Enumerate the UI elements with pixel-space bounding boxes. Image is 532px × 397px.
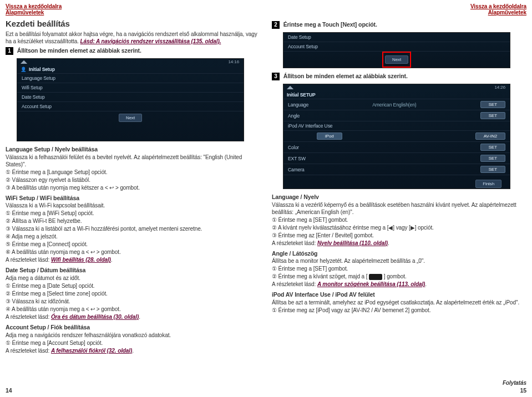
lang-li3: ③ A beállítás után nyomja meg kétszer a … [6,184,260,191]
header-links-right: Vissza a kezdőoldalra Alapműveletek [272,3,526,16]
page-right: Vissza a kezdőoldalra Alapműveletek 2 Ér… [266,0,532,397]
r-lang-h: Language / Nyelv [272,194,526,201]
ss3-avin2-btn[interactable]: AV-IN2 [475,133,505,140]
screenshot-1: ◢◣14:16 👤Initial Setup Language Setup Wi… [17,58,244,141]
r-lang-li2: ② A kívánt nyelv kiválasztásához érintse… [272,224,526,231]
wifi-header: WiFi Setup / WiFi beállítása [6,195,260,202]
step2-bold: Touch [Next] [322,21,357,28]
angle-dark-button-icon [369,274,382,280]
r-angle-li2: ② Érintse meg a kívánt szöget, majd a [ … [272,273,526,280]
lang-p1: Válassza ki a felhasználói felület és a … [6,154,260,168]
ss3-angle-set[interactable]: SET [480,112,505,119]
ss1-row-0[interactable]: Language Setup [17,73,244,83]
r-lang-li1: ① Érintse meg a [SET] gombot. [272,216,526,223]
link-basics[interactable]: Alapműveletek [6,9,260,16]
ss2-row-1[interactable]: Account Setup [283,42,510,51]
page-num-right: 15 [520,387,526,394]
ss2-next-button[interactable]: Next [385,55,408,64]
lang-li1: ① Érintse meg a [Language Setup] opciót. [6,169,260,176]
step2-c: opciót. [357,21,377,28]
wifi-p1: Válassza ki a Wi-Fi kapcsolat beállítása… [6,202,260,209]
acct-header: Account Setup / Fiók beállítása [6,324,260,332]
ss1-row-2[interactable]: Date Setup [17,92,244,101]
r-ipod-li1: ① Érintse meg az [iPod] vagy az [AV-IN2 … [272,307,526,314]
acct-p1: Adja meg a navigációs rendszer felhaszná… [6,332,260,339]
r-angle-p1: Állítsa be a monitor helyzetét. Az alapé… [272,257,526,264]
r-ipod-p1: Állítsa be azt a terminált, amelyhez az … [272,299,526,306]
ss1-time: 14:16 [228,59,239,64]
ss3-cam-set[interactable]: SET [480,166,505,173]
date-header: Date Setup / Dátum beállítása [6,267,260,274]
step-1: 1 Állítson be minden elemet az alábbiak … [6,47,260,55]
wifi-li1: ① Érintse meg a [WiFi Setup] opciót. [6,210,260,217]
r-lang-li3: ③ Érintse meg az [Enter / Bevitel] gombo… [272,232,526,239]
ss3-angle-lbl: Angle [288,113,300,119]
page-num-left: 14 [6,387,12,394]
wifi-see-link[interactable]: Wifi beállítás (28. oldal) [51,257,111,263]
wifi-see-pre: A részleteket lásd: [6,257,51,263]
page-title: Kezdeti beállítás [6,19,260,28]
acct-li1: ① Érintse meg a [Account Setup] opciót. [6,339,260,347]
intro-text: Ezt a beállítási folyamatot akkor hajtsa… [6,30,260,45]
step3-text: Állítson be minden elemet az alábbiak sz… [283,73,408,79]
date-li2: ② Érintse meg a [Select time zone] opció… [6,290,260,297]
ss1-next-button[interactable]: Next [119,114,142,122]
lang-li2: ② Válasszon egy nyelvet a listából. [6,176,260,184]
r-lang-see-pre: A részleteket lásd: [272,240,317,246]
ss3-finish-btn[interactable]: Finish [475,180,501,188]
screenshot-2: Date Setup Account Setup Next [283,32,510,68]
step-num-1: 1 [6,47,13,55]
ss3-cam-lbl: Camera [288,167,305,172]
date-see-pre: A részleteket lásd: [6,314,51,320]
r-lang-p1: Válassza ki a vezérlő képernyő és a beál… [272,201,526,216]
ss2-row-0[interactable]: Date Setup [283,33,510,42]
wifi-li5: ⑤ Érintse meg a [Connect] opciót. [6,241,260,248]
ss1-row-3[interactable]: Account Setup [17,101,244,111]
date-li3: ③ Válassza ki az időzónát. [6,298,260,305]
header-links-left: Vissza a kezdőoldalra Alapműveletek [6,3,260,16]
wifi-li6: ⑥ A beállítás után nyomja meg a < ↩ > go… [6,248,260,256]
wifi-li3: ③ Válassza ki a listából azt a Wi-Fi hoz… [6,225,260,232]
date-li4: ④ A beállítás után nyomja meg a < ↩ > go… [6,306,260,313]
step-1-text: Állítson be minden elemet az alábbiak sz… [17,47,141,54]
r-angle-see-pre: A részleteket lásd: [272,281,317,287]
link-basics-r[interactable]: Alapműveletek [272,9,526,16]
ss3-lang-lbl: Language [288,102,308,108]
page-left: Vissza a kezdőoldalra Alapműveletek Kezd… [0,0,266,397]
wifi-li4: ④ Adja meg a jelszót. [6,233,260,240]
ss3-ipod-btn[interactable]: iPod [317,133,342,140]
r-lang-see-link[interactable]: Nyelv beállítása (110. oldal) [317,240,388,246]
intro-link[interactable]: Lásd: A navigációs rendszer visszaállítá… [80,38,221,44]
date-see-link[interactable]: Óra és dátum beállítása (30. oldal) [51,314,139,320]
wifi-li2: ② Állítsa a WiFi-t BE helyzetbe. [6,217,260,225]
date-p1: Adja meg a dátumot és az időt. [6,274,260,282]
r-ipod-h: iPod AV Interface Use / iPod AV felület [272,291,526,299]
step-num-2: 2 [272,21,280,29]
ss3-ipod-lbl: iPod AV Interface Use [288,123,332,129]
step-num-3: 3 [272,73,280,80]
continuation: Folytatás [503,380,526,386]
screenshot-3: ◢◣14:26 Initial SETUP Language American … [283,84,510,189]
acct-see-pre: A részleteket lásd: [6,348,51,354]
ss1-title: Initial Setup [29,67,55,72]
r-angle-see-link[interactable]: A monitor szögének beállítása (113. olda… [317,281,425,287]
lang-header: Language Setup / Nyelv beállítása [6,146,260,154]
date-li1: ① Érintse meg a [Date Setup] opciót. [6,282,260,289]
step2-a: Érintse meg a [283,21,322,28]
ss3-title: Initial SETUP [283,91,510,99]
ss3-ext-lbl: EXT SW [288,156,306,161]
r-angle-li1: ① Érintse meg a [SET] gombot. [272,265,526,272]
step-2: 2 Érintse meg a Touch [Next] opciót. [272,21,526,29]
ss3-lang-set[interactable]: SET [480,101,505,108]
link-back-home-r[interactable]: Vissza a kezdőoldalra [272,3,526,9]
link-back-home[interactable]: Vissza a kezdőoldalra [6,3,260,9]
ss3-color-lbl: Color [288,145,299,150]
ss1-row-1[interactable]: Wifi Setup [17,83,244,92]
r-angle-h: Angle / Látószög [272,250,526,258]
ss3-time: 14:26 [494,85,505,90]
ss3-lang-val: American English(en) [372,102,416,108]
ss3-color-set[interactable]: SET [480,144,505,151]
acct-see-link[interactable]: A felhasználói fiókról (32. oldal) [51,348,132,354]
ss3-ext-set[interactable]: SET [480,155,505,162]
step-3: 3 Állítson be minden elemet az alábbiak … [272,73,526,80]
